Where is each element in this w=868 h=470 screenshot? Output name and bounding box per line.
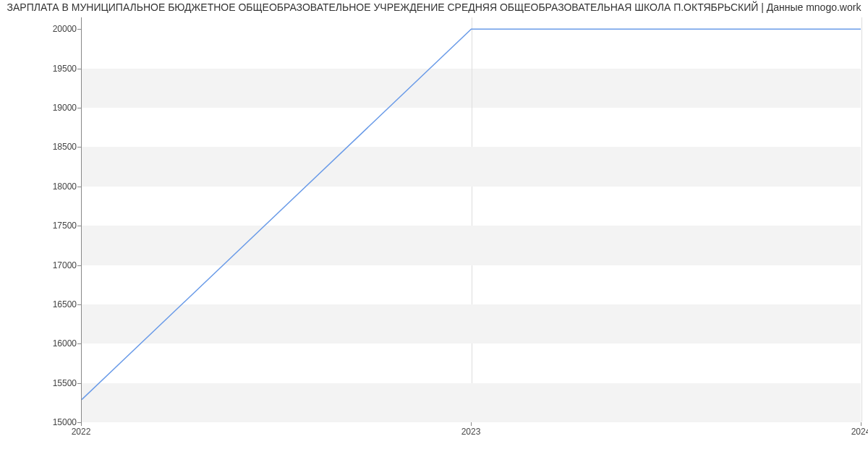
y-tick-mark (77, 69, 81, 69)
y-tick-mark (77, 108, 81, 108)
chart-title: ЗАРПЛАТА В МУНИЦИПАЛЬНОЕ БЮДЖЕТНОЕ ОБЩЕО… (0, 1, 868, 13)
y-tick-label: 19500 (52, 64, 77, 74)
y-tick-label: 16500 (52, 299, 77, 309)
y-tick-mark (77, 343, 81, 344)
chart-container: ЗАРПЛАТА В МУНИЦИПАЛЬНОЕ БЮДЖЕТНОЕ ОБЩЕО… (0, 0, 868, 445)
x-tick-mark (81, 422, 82, 426)
y-tick-label: 15000 (52, 417, 77, 427)
y-tick-mark (77, 147, 81, 148)
x-tick-mark (471, 422, 472, 426)
salary-series-line (82, 29, 861, 399)
y-tick-mark (77, 304, 81, 305)
y-tick-label: 20000 (52, 24, 77, 34)
y-tick-label: 16000 (52, 338, 77, 349)
y-tick-label: 17000 (52, 260, 77, 270)
x-tick-label: 2023 (461, 427, 481, 437)
x-tick-mark (861, 422, 861, 426)
y-tick-label: 19000 (52, 103, 77, 113)
y-tick-mark (77, 383, 81, 384)
y-tick-mark (77, 226, 81, 226)
x-grid-line (861, 17, 862, 422)
salary-line (82, 17, 861, 422)
x-tick-label: 2022 (72, 427, 91, 437)
y-tick-label: 17500 (52, 221, 77, 231)
y-tick-label: 18500 (52, 142, 77, 152)
y-tick-mark (77, 187, 81, 187)
y-tick-mark (77, 29, 81, 30)
y-tick-label: 15500 (52, 378, 77, 388)
x-tick-label: 2024 (851, 427, 868, 437)
y-tick-label: 18000 (52, 181, 77, 192)
plot-area (81, 17, 861, 422)
y-tick-mark (77, 265, 81, 266)
